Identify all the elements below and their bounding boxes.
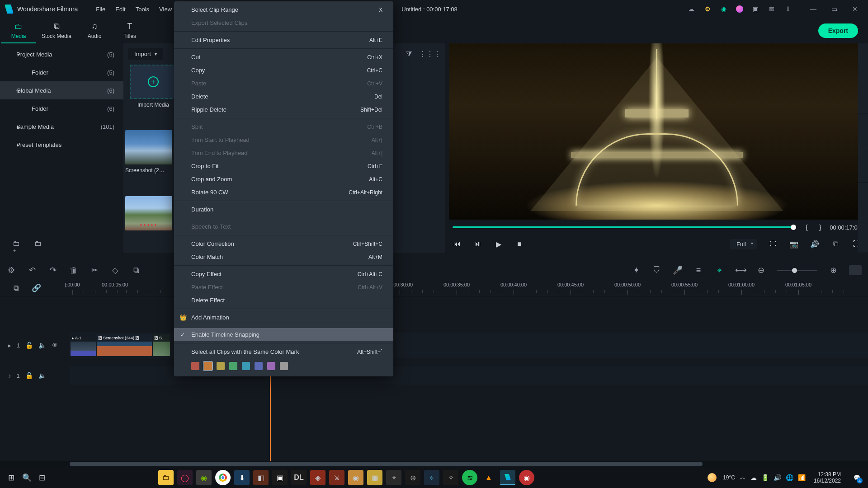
maximize-button[interactable]: ▭ [826,2,843,16]
menu-view[interactable]: View [159,6,172,13]
taskbar-app-generic-6[interactable]: ⚔ [329,470,344,485]
media-item[interactable]: Screenshot (2… [125,130,172,174]
crop-icon[interactable]: ⧉ [131,266,141,275]
taskbar-app-generic-12[interactable]: ✧ [443,470,458,485]
taskbar-app-generic-13[interactable]: ◉ [519,470,534,485]
color-swatch[interactable] [267,362,275,370]
stop-button[interactable]: ■ [515,240,524,248]
tab-titles[interactable]: TTitles [112,18,147,43]
color-swatch[interactable] [255,362,263,370]
color-swatch[interactable] [217,362,225,370]
menu-item[interactable]: Crop and ZoomAlt+C [174,173,393,186]
export-button[interactable]: Export [818,23,858,38]
mic-icon[interactable]: 🎤 [673,265,683,275]
color-swatch[interactable] [280,362,288,370]
tab-stock-media[interactable]: ⧉Stock Media [36,18,77,43]
menu-item[interactable]: Copy EffectCtrl+Alt+C [174,267,393,281]
timeline-panel-toggle[interactable] [849,265,862,275]
lock-icon[interactable]: 🔓 [25,372,33,379]
timeline-chain-icon[interactable]: 🔗 [32,283,41,293]
menu-item[interactable]: Ripple DeleteShift+Del [174,103,393,116]
fit-icon[interactable]: ⟷ [735,265,745,275]
mute-icon[interactable]: 🔈 [38,372,46,379]
menu-item[interactable]: 👑Add Animation [174,311,393,324]
render-icon[interactable]: ✦ [631,265,641,275]
menu-item[interactable]: DeleteDel [174,90,393,103]
volume-icon[interactable]: 🔊 [810,240,819,249]
taskbar-clock[interactable]: 12:38 PM 16/12/2022 [814,471,841,484]
display-icon[interactable]: 🖵 [769,240,778,248]
menu-item[interactable]: Select Clip RangeX [174,3,393,16]
pip-icon[interactable]: ⧉ [831,240,840,248]
tray-onedrive-icon[interactable]: ☁ [750,474,757,481]
taskbar-app-generic-7[interactable]: ◉ [348,470,363,485]
sidebar-item[interactable]: ▾Global Media(6) [0,81,123,99]
menu-item[interactable]: Color CorrectionCtrl+Shift+C [174,237,393,250]
timeline-ruler[interactable]: ⧉ 🔗 |:00:0000:00:05:0000:00:30:0000:00:3… [0,280,868,296]
mixer-icon[interactable]: ≡ [693,266,703,275]
taskbar-app-generic-5[interactable]: ◈ [310,470,326,485]
menu-item[interactable]: CopyCtrl+C [174,64,393,77]
close-button[interactable]: ✕ [846,2,863,16]
weather-temp[interactable]: 19°C [723,474,735,481]
cloud-icon[interactable]: ☁ [687,5,695,13]
taskbar-app-generic-4[interactable]: DL [291,470,307,485]
filter-icon[interactable]: ⧩ [406,50,412,58]
quality-dropdown[interactable]: Full [730,239,757,249]
taskbar-app-generic-3[interactable]: ▣ [272,470,288,485]
new-folder-icon[interactable]: 🗀⁺ [13,239,22,248]
taskbar-app-explorer[interactable]: 🗀 [158,470,174,485]
taskbar-app-generic-10[interactable]: ⊕ [405,470,420,485]
timeline-clip[interactable]: ▸ A-1 [71,334,96,356]
download-icon[interactable]: ⇩ [784,5,792,13]
account-avatar-icon[interactable] [736,5,743,13]
mark-in-button[interactable]: { [802,224,811,231]
lightbulb-icon[interactable]: ⚙ [703,5,712,13]
tray-battery-icon[interactable]: 🔋 [761,474,769,481]
tray-chevron-icon[interactable]: ︿ [740,474,746,482]
visibility-icon[interactable]: 👁 [52,342,58,349]
taskbar-app-spotify[interactable]: ≋ [462,470,477,485]
settings-icon[interactable]: ⚙ [6,265,16,275]
taskbar-app-opera[interactable]: ◯ [177,470,193,485]
menu-item[interactable]: Rotate 90 CWCtrl+Alt+Right [174,186,393,199]
sidebar-item[interactable]: Folder(6) [0,99,123,117]
step-button[interactable]: ⏯ [473,240,482,248]
timeline-link-icon[interactable]: ⧉ [14,284,19,293]
color-swatch[interactable] [191,362,199,370]
undo-button[interactable]: ↶ [27,265,37,275]
progress-bar[interactable] [453,226,793,228]
zoom-out-button[interactable]: ⊖ [756,265,766,275]
task-view-button[interactable]: ⊟ [34,470,50,485]
mute-icon[interactable]: 🔈 [38,342,46,349]
menu-item[interactable]: Select all Clips with the Same Color Mar… [174,345,393,358]
tray-volume-icon[interactable]: 🔊 [774,474,781,481]
menu-file[interactable]: File [96,6,105,13]
taskbar-app-filmora[interactable] [500,470,515,485]
play-button[interactable]: ▶ [494,240,503,249]
marker-icon[interactable]: ◇ [110,265,120,275]
color-swatch[interactable] [242,362,250,370]
notifications-button[interactable]: 💬4 [849,470,864,485]
shield-icon[interactable]: ⛉ [652,266,662,275]
taskbar-app-nvidia[interactable]: ◉ [196,470,212,485]
zoom-in-button[interactable]: ⊕ [828,265,838,275]
sidebar-item[interactable]: ▾Project Media(5) [0,45,123,63]
search-button[interactable]: 🔍 [19,470,34,485]
timeline-clip[interactable]: 🖼 Screenshot (244) 🖼 [97,334,152,356]
start-button[interactable]: ⊞ [4,470,19,485]
menu-item[interactable]: ✓Enable Timeline Snapping [174,328,393,341]
lock-icon[interactable]: 🔓 [25,342,33,349]
taskbar-app-vlc[interactable]: ▲ [481,470,496,485]
menu-edit[interactable]: Edit [115,6,125,13]
menu-item[interactable]: Edit PropertiesAlt+E [174,33,393,47]
menu-item[interactable]: Color MatchAlt+M [174,250,393,263]
preview-viewport[interactable] [449,43,864,220]
split-button[interactable]: ✂ [90,265,99,275]
mail-icon[interactable]: ✉ [768,5,776,13]
media-item[interactable] [125,196,172,230]
menu-item[interactable]: Delete Effect [174,294,393,307]
tab-audio[interactable]: ♫Audio [77,18,112,43]
taskbar-app-generic-9[interactable]: ✦ [386,470,401,485]
taskbar-app-generic-8[interactable]: ▦ [367,470,382,485]
